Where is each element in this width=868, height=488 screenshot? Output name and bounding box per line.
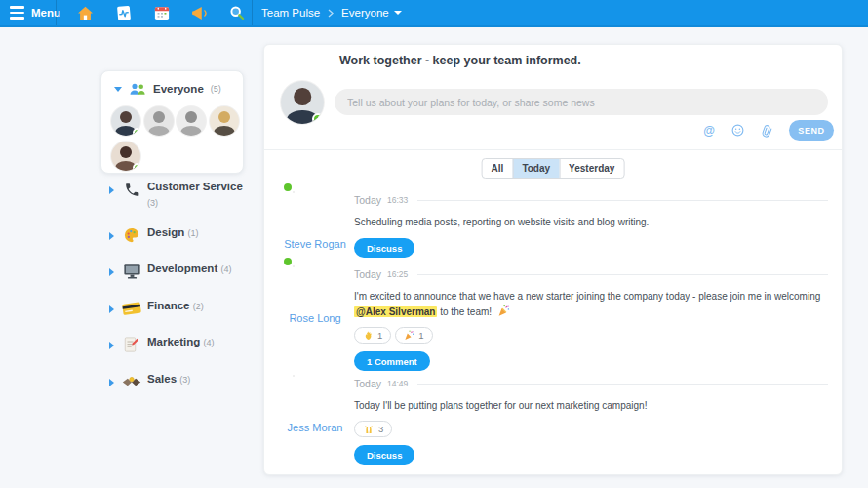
caret-right-icon <box>109 232 114 240</box>
sidebar-item-label: Customer Service <box>147 181 243 192</box>
post-day: Today <box>354 268 381 280</box>
sidebar-item-finance[interactable]: Finance (2) <box>100 299 247 318</box>
avatar[interactable] <box>210 106 239 136</box>
menu-button[interactable]: Menu <box>10 0 60 25</box>
composer-input[interactable] <box>335 89 828 115</box>
sidebar-item-customer-service[interactable]: Customer Service (3) <box>100 180 247 210</box>
online-status-dot <box>312 113 324 124</box>
sidebar-item-label: Development <box>147 263 217 274</box>
sidebar-item-count: (2) <box>193 302 204 311</box>
composer-toolbar: @ SEND <box>703 120 834 141</box>
sidebar-item-development[interactable]: Development (4) <box>100 262 247 281</box>
search-icon[interactable] <box>229 0 245 25</box>
reaction-count: 1 <box>418 330 423 341</box>
sidebar-item-marketing[interactable]: Marketing (4) <box>100 335 247 354</box>
pencil-paper-icon <box>122 335 141 354</box>
feed-post: Jess Moran Today 14:49 Today I'll be put… <box>264 376 844 465</box>
post-meta-divider <box>417 200 828 201</box>
caret-right-icon <box>109 268 114 276</box>
post-text: I'm excited to announce that we have a n… <box>354 291 820 302</box>
credit-card-icon <box>122 299 141 318</box>
avatar[interactable] <box>177 106 206 136</box>
post-time: 16:33 <box>387 195 408 205</box>
post-author-name[interactable]: Rose Long <box>276 312 354 324</box>
send-button[interactable]: SEND <box>789 120 834 141</box>
sidebar-item-label: Finance <box>147 300 189 311</box>
post-message: I'm excited to announce that we have a n… <box>354 289 828 320</box>
sidebar-item-count: (1) <box>188 228 199 238</box>
caret-right-icon <box>109 305 114 313</box>
chevron-down-icon <box>394 11 402 15</box>
mention-icon[interactable]: @ <box>703 124 715 138</box>
feed-post: Rose Long Today 16:25 I'm excited to ann… <box>264 266 844 371</box>
attachment-icon[interactable] <box>761 124 772 138</box>
topbar-divider <box>56 0 57 25</box>
avatar[interactable] <box>144 106 174 136</box>
post-message: Scheduling media posts, reporting on web… <box>354 215 828 230</box>
activity-feed-icon[interactable] <box>116 0 132 25</box>
sidebar-item-sales[interactable]: Sales (3) <box>100 372 247 391</box>
palette-icon <box>122 225 141 245</box>
current-user-avatar <box>281 81 324 124</box>
online-status-dot <box>133 163 140 171</box>
breadcrumb: Team Pulse Everyone <box>261 0 402 25</box>
raised-hands-icon <box>363 424 375 434</box>
discuss-button[interactable]: Discuss <box>354 445 414 465</box>
avatar[interactable] <box>111 142 140 171</box>
post-author-name[interactable]: Jess Moran <box>276 422 354 433</box>
caret-down-icon <box>114 87 122 92</box>
post-message: Today I'll be putting plans together for… <box>354 398 828 414</box>
feed-panel: Work together - keep your team informed.… <box>263 44 843 475</box>
composer-divider <box>264 149 842 150</box>
reaction-clap[interactable]: 1 <box>354 327 391 344</box>
post-reactions: 3 <box>354 421 828 437</box>
reaction-party-popper[interactable]: 1 <box>395 327 432 344</box>
reaction-raised-hands[interactable]: 3 <box>354 421 392 437</box>
sidebar-everyone-card[interactable]: Everyone (5) <box>100 70 244 174</box>
post-meta-divider <box>417 384 828 385</box>
party-popper-icon <box>404 330 414 341</box>
sidebar-item-label: Sales <box>147 373 177 385</box>
home-icon[interactable] <box>77 0 94 25</box>
breadcrumb-section-dropdown[interactable]: Everyone <box>341 7 402 19</box>
topbar: Menu Team Pulse Everyone <box>0 0 868 27</box>
topbar-divider <box>252 0 253 25</box>
breadcrumb-chevron-icon <box>328 9 334 18</box>
feed-filter-tabs: All Today Yesterday <box>482 158 625 179</box>
group-people-icon <box>129 82 146 96</box>
sidebar-everyone-header[interactable]: Everyone (5) <box>101 71 243 96</box>
everyone-label: Everyone <box>153 83 204 95</box>
caret-right-icon <box>109 186 114 194</box>
sidebar-item-label: Design <box>147 226 184 238</box>
post-author-name[interactable]: Steve Rogan <box>276 238 354 250</box>
reaction-count: 3 <box>378 424 383 434</box>
avatar[interactable] <box>111 106 140 136</box>
post-meta-divider <box>417 274 828 275</box>
clap-icon <box>363 330 374 341</box>
tab-all[interactable]: All <box>483 159 513 178</box>
sidebar-item-label: Marketing <box>147 336 200 347</box>
breadcrumb-app[interactable]: Team Pulse <box>261 7 320 19</box>
user-mention[interactable]: @Alex Silverman <box>354 306 437 317</box>
tab-yesterday[interactable]: Yesterday <box>559 159 623 178</box>
announcements-icon[interactable] <box>191 0 209 25</box>
discuss-button[interactable]: Discuss <box>354 238 414 258</box>
sidebar-item-count: (3) <box>147 198 158 208</box>
everyone-member-avatars <box>111 106 246 177</box>
post-time: 14:49 <box>387 379 408 388</box>
sidebar-item-count: (4) <box>204 338 215 347</box>
sidebar-item-count: (4) <box>220 264 231 274</box>
breadcrumb-section-label: Everyone <box>341 7 389 19</box>
tab-today[interactable]: Today <box>512 159 559 178</box>
calendar-icon[interactable] <box>154 0 170 25</box>
post-time: 16:25 <box>387 269 408 279</box>
sidebar-item-design[interactable]: Design (1) <box>100 225 247 245</box>
monitor-icon <box>122 262 141 281</box>
caret-right-icon <box>109 342 114 349</box>
sidebar-item-count: (3) <box>179 375 190 385</box>
party-popper-icon <box>497 305 510 317</box>
emoji-icon[interactable] <box>731 124 744 137</box>
comment-button[interactable]: 1 Comment <box>354 351 430 371</box>
caret-right-icon <box>109 379 114 386</box>
feed-post: Steve Rogan Today 16:33 Scheduling media… <box>264 192 844 258</box>
